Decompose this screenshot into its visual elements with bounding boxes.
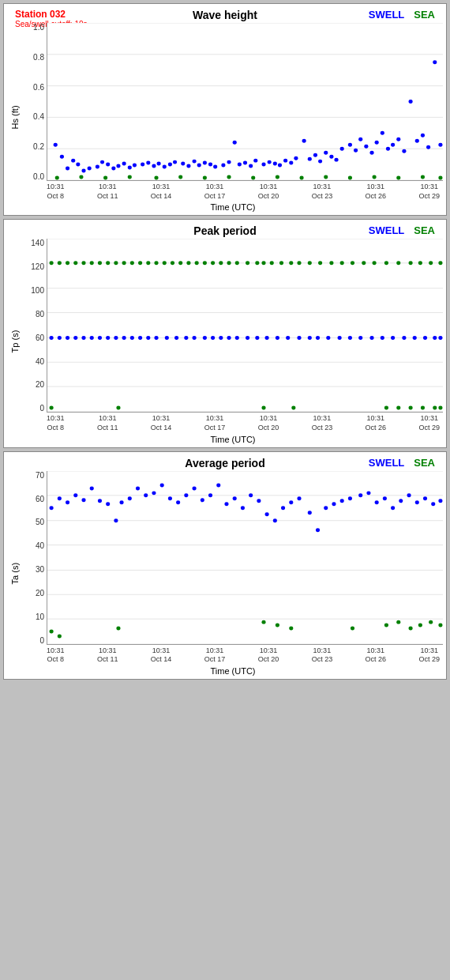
svg-point-191 bbox=[402, 336, 406, 340]
svg-point-176 bbox=[246, 336, 249, 340]
svg-point-22 bbox=[146, 161, 150, 165]
avg-y-ticks: 706050403020100 bbox=[23, 471, 47, 645]
svg-point-172 bbox=[211, 336, 215, 340]
svg-point-16 bbox=[111, 167, 115, 171]
svg-point-192 bbox=[413, 336, 417, 340]
svg-point-41 bbox=[253, 159, 257, 163]
svg-point-132 bbox=[329, 262, 333, 266]
svg-point-32 bbox=[203, 161, 207, 165]
svg-point-106 bbox=[106, 262, 110, 266]
svg-point-59 bbox=[358, 138, 362, 141]
svg-point-121 bbox=[227, 262, 231, 266]
svg-point-52 bbox=[318, 160, 322, 164]
svg-point-148 bbox=[396, 406, 400, 410]
svg-point-83 bbox=[276, 175, 279, 179]
peak-swell-legend: SWELL bbox=[369, 224, 405, 236]
svg-point-215 bbox=[136, 486, 140, 490]
svg-point-60 bbox=[364, 145, 368, 149]
peak-period-chart: Peak period SWELL SEA Tp (s) 14012010080… bbox=[3, 219, 447, 447]
svg-point-181 bbox=[297, 336, 301, 340]
svg-point-14 bbox=[100, 160, 104, 164]
svg-point-219 bbox=[168, 496, 172, 500]
svg-point-50 bbox=[308, 157, 312, 161]
svg-point-250 bbox=[423, 496, 427, 500]
svg-point-45 bbox=[278, 164, 282, 168]
svg-point-113 bbox=[163, 262, 167, 266]
svg-point-138 bbox=[396, 262, 400, 266]
svg-point-166 bbox=[154, 336, 158, 340]
svg-point-173 bbox=[219, 336, 223, 340]
svg-point-204 bbox=[50, 506, 54, 510]
svg-point-174 bbox=[227, 336, 231, 340]
svg-point-9 bbox=[71, 159, 75, 163]
svg-point-39 bbox=[243, 161, 247, 165]
svg-point-104 bbox=[90, 262, 94, 266]
svg-point-177 bbox=[255, 336, 259, 340]
avg-y-label: Ta (s) bbox=[7, 471, 23, 676]
svg-point-249 bbox=[415, 500, 419, 504]
svg-point-233 bbox=[281, 506, 285, 510]
swell-legend: SWELL bbox=[369, 9, 405, 21]
svg-point-79 bbox=[178, 175, 182, 179]
svg-point-168 bbox=[174, 336, 178, 340]
svg-point-6 bbox=[54, 143, 58, 147]
svg-point-235 bbox=[297, 496, 301, 500]
wave-y-label: Hs (ft) bbox=[7, 23, 23, 212]
avg-sea-legend: SEA bbox=[414, 457, 435, 469]
svg-point-129 bbox=[297, 262, 301, 266]
svg-point-231 bbox=[265, 512, 269, 516]
station-name: Station 032 bbox=[15, 9, 88, 20]
svg-point-124 bbox=[255, 262, 259, 266]
svg-point-156 bbox=[73, 336, 77, 340]
svg-point-63 bbox=[381, 131, 384, 135]
svg-point-180 bbox=[286, 336, 290, 340]
svg-point-212 bbox=[114, 518, 118, 522]
svg-point-101 bbox=[66, 262, 69, 266]
svg-point-229 bbox=[249, 493, 253, 497]
svg-point-123 bbox=[246, 262, 249, 266]
svg-point-51 bbox=[313, 153, 317, 157]
wave-x-label: Time (UTC) bbox=[23, 202, 443, 212]
svg-point-164 bbox=[138, 336, 142, 340]
svg-point-209 bbox=[90, 486, 94, 490]
svg-point-265 bbox=[438, 623, 442, 627]
svg-point-211 bbox=[106, 502, 110, 506]
svg-point-61 bbox=[369, 151, 373, 155]
svg-point-145 bbox=[261, 406, 265, 410]
svg-point-125 bbox=[261, 262, 265, 266]
svg-point-35 bbox=[221, 164, 225, 168]
svg-point-34 bbox=[213, 165, 217, 169]
svg-point-111 bbox=[146, 262, 150, 266]
svg-point-90 bbox=[438, 176, 442, 180]
svg-point-110 bbox=[138, 262, 142, 266]
svg-point-84 bbox=[300, 176, 304, 180]
svg-point-137 bbox=[384, 262, 388, 266]
svg-point-71 bbox=[426, 145, 430, 149]
svg-point-140 bbox=[418, 262, 422, 266]
peak-x-ticks: 10:31Oct 8 10:31Oct 11 10:31Oct 14 10:31… bbox=[47, 414, 440, 432]
svg-point-28 bbox=[181, 162, 185, 166]
svg-point-103 bbox=[81, 262, 85, 266]
svg-point-109 bbox=[130, 262, 134, 266]
svg-point-255 bbox=[116, 626, 120, 630]
svg-point-23 bbox=[152, 164, 156, 168]
svg-point-108 bbox=[122, 262, 126, 266]
svg-point-69 bbox=[415, 139, 419, 143]
svg-point-194 bbox=[433, 336, 437, 340]
svg-point-144 bbox=[116, 406, 120, 410]
svg-point-224 bbox=[208, 493, 212, 497]
svg-point-81 bbox=[227, 175, 231, 179]
svg-point-163 bbox=[130, 336, 134, 340]
svg-point-8 bbox=[66, 167, 69, 171]
avg-period-chart: Average period SWELL SEA Ta (s) 70605040… bbox=[3, 451, 447, 680]
svg-point-184 bbox=[326, 336, 330, 340]
svg-point-248 bbox=[407, 493, 411, 497]
svg-point-234 bbox=[289, 500, 293, 504]
svg-point-149 bbox=[409, 406, 413, 410]
svg-point-239 bbox=[332, 502, 336, 506]
svg-point-68 bbox=[409, 100, 413, 104]
svg-point-54 bbox=[329, 155, 333, 159]
avg-period-legend: SWELL SEA bbox=[369, 457, 435, 469]
svg-point-236 bbox=[308, 511, 312, 514]
svg-point-223 bbox=[201, 498, 204, 502]
